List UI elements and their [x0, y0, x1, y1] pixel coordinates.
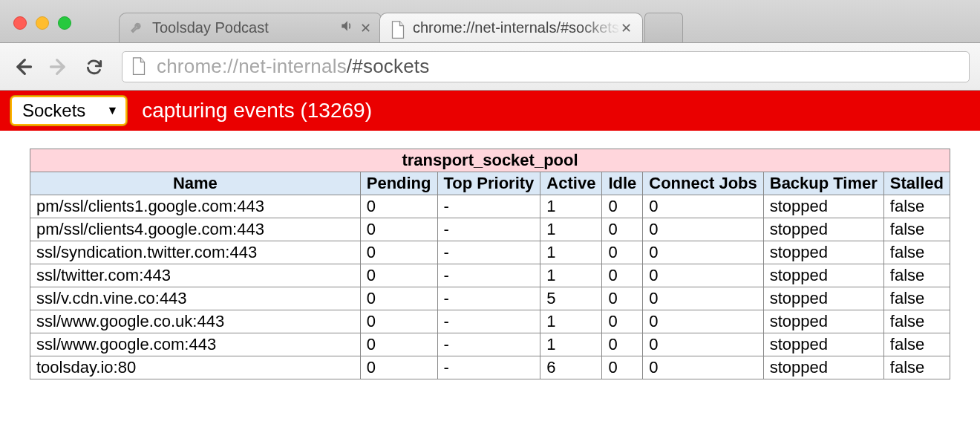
tab-net-internals[interactable]: chrome://net-internals/#sockets ✕	[379, 13, 643, 42]
table-cell: -	[437, 287, 540, 310]
table-cell: 0	[360, 195, 437, 218]
table-cell: 0	[643, 195, 763, 218]
document-icon	[391, 21, 405, 36]
close-icon[interactable]: ✕	[621, 20, 632, 36]
table-cell: stopped	[763, 333, 883, 356]
table-cell: 0	[602, 218, 643, 241]
capture-status: capturing events (13269)	[142, 99, 372, 123]
socket-pool-section: transport_socket_pool Name Pending Top P…	[0, 131, 980, 397]
col-top-priority: Top Priority	[437, 172, 540, 195]
section-select[interactable]: Sockets ▼	[10, 96, 127, 126]
window-controls	[13, 16, 71, 30]
table-cell: stopped	[763, 356, 883, 379]
tab-strip: Toolsday Podcast ✕ chrome://net-internal…	[0, 0, 980, 43]
table-cell: ssl/www.google.com:443	[30, 333, 361, 356]
table-cell: 0	[602, 241, 643, 264]
col-active: Active	[540, 172, 602, 195]
table-row: toolsday.io:800-600stoppedfalse	[30, 356, 950, 379]
table-cell: 0	[602, 195, 643, 218]
table-cell: false	[883, 241, 950, 264]
table-cell: -	[437, 264, 540, 287]
table-cell: 1	[540, 333, 602, 356]
url-path: /#sockets	[347, 55, 430, 78]
reload-button[interactable]	[82, 54, 107, 79]
table-cell: 0	[643, 218, 763, 241]
table-cell: -	[437, 310, 540, 333]
col-name: Name	[30, 172, 361, 195]
table-cell: stopped	[763, 241, 883, 264]
table-cell: toolsday.io:80	[30, 356, 361, 379]
table-cell: -	[437, 241, 540, 264]
table-cell: 0	[360, 356, 437, 379]
table-cell: 1	[540, 195, 602, 218]
table-cell: 0	[602, 356, 643, 379]
table-cell: stopped	[763, 195, 883, 218]
table-cell: 0	[602, 333, 643, 356]
table-cell: 0	[360, 241, 437, 264]
capture-event-count: 13269	[307, 99, 365, 122]
table-cell: 0	[643, 310, 763, 333]
table-row: ssl/syndication.twitter.com:4430-100stop…	[30, 241, 950, 264]
table-cell: 0	[602, 310, 643, 333]
capture-bar: Sockets ▼ capturing events (13269)	[0, 91, 980, 131]
table-cell: 0	[360, 264, 437, 287]
table-title: transport_socket_pool	[30, 149, 950, 172]
table-cell: ssl/v.cdn.vine.co:443	[30, 287, 361, 310]
back-button[interactable]	[10, 54, 36, 79]
table-cell: false	[883, 333, 950, 356]
browser-tabs: Toolsday Podcast ✕ chrome://net-internal…	[119, 0, 680, 42]
table-cell: false	[883, 195, 950, 218]
table-cell: 0	[643, 287, 763, 310]
capture-status-label: capturing events	[142, 99, 294, 122]
section-select-value: Sockets	[22, 100, 85, 121]
audio-playing-icon[interactable]	[339, 19, 354, 37]
table-cell: 0	[643, 241, 763, 264]
table-cell: false	[883, 264, 950, 287]
table-cell: 0	[360, 218, 437, 241]
table-cell: 1	[540, 264, 602, 287]
table-cell: 0	[360, 333, 437, 356]
col-backup-timer: Backup Timer	[763, 172, 883, 195]
table-cell: pm/ssl/clients4.google.com:443	[30, 218, 361, 241]
table-cell: 5	[540, 287, 602, 310]
window-close-button[interactable]	[13, 16, 27, 30]
table-row: ssl/twitter.com:4430-100stoppedfalse	[30, 264, 950, 287]
tab-toolsday[interactable]: Toolsday Podcast ✕	[119, 13, 382, 42]
table-cell: -	[437, 333, 540, 356]
new-tab-button[interactable]	[644, 13, 683, 42]
table-cell: 0	[360, 287, 437, 310]
table-cell: 0	[643, 264, 763, 287]
close-icon[interactable]: ✕	[360, 20, 371, 36]
table-cell: false	[883, 310, 950, 333]
table-row: ssl/v.cdn.vine.co:4430-500stoppedfalse	[30, 287, 950, 310]
forward-button[interactable]	[46, 54, 71, 79]
table-cell: stopped	[763, 310, 883, 333]
table-cell: 0	[360, 310, 437, 333]
wrench-icon	[130, 21, 145, 36]
document-icon	[131, 57, 146, 76]
table-cell: -	[437, 195, 540, 218]
table-cell: stopped	[763, 264, 883, 287]
table-row: pm/ssl/clients1.google.com:4430-100stopp…	[30, 195, 950, 218]
address-bar[interactable]: chrome://net-internals/#sockets	[122, 51, 970, 82]
table-cell: 1	[540, 310, 602, 333]
table-cell: ssl/syndication.twitter.com:443	[30, 241, 361, 264]
window-zoom-button[interactable]	[58, 16, 71, 30]
socket-pool-table: transport_socket_pool Name Pending Top P…	[30, 149, 950, 379]
table-cell: -	[437, 356, 540, 379]
table-cell: ssl/www.google.co.uk:443	[30, 310, 361, 333]
url-display: chrome://net-internals/#sockets	[157, 55, 429, 78]
table-cell: 0	[643, 356, 763, 379]
table-cell: false	[883, 356, 950, 379]
window-minimize-button[interactable]	[36, 16, 49, 30]
table-cell: 1	[540, 218, 602, 241]
url-origin: chrome://net-internals	[157, 55, 347, 78]
table-cell: false	[883, 218, 950, 241]
table-cell: ssl/twitter.com:443	[30, 264, 361, 287]
toolbar: chrome://net-internals/#sockets	[0, 43, 980, 91]
table-cell: stopped	[763, 218, 883, 241]
table-cell: 0	[643, 333, 763, 356]
table-cell: 1	[540, 241, 602, 264]
tab-title: chrome://net-internals/#sockets	[413, 19, 621, 36]
table-cell: false	[883, 287, 950, 310]
